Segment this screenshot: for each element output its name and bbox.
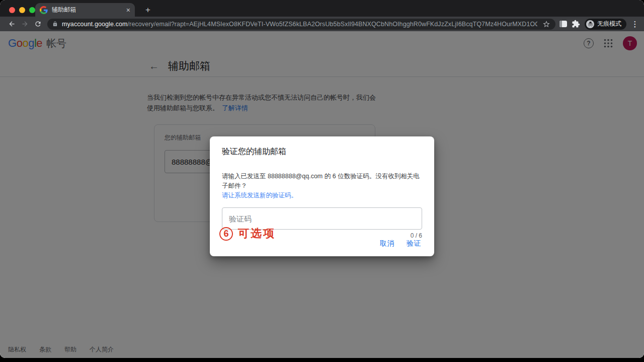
page-viewport: Google 帐号 ? T ← 辅助邮箱 当我们检测到您的帐号中存在异常活动或您… xyxy=(0,31,644,358)
reload-icon[interactable] xyxy=(31,18,44,30)
forward-icon[interactable] xyxy=(18,18,31,30)
browser-toolbar: myaccount.google.com/recovery/email?rapt… xyxy=(0,17,644,31)
side-panel-icon[interactable] xyxy=(559,21,567,27)
new-tab-button[interactable]: + xyxy=(143,6,153,15)
incognito-label: 无痕模式 xyxy=(597,20,621,28)
step-annotation: 6 可选项 xyxy=(219,226,276,241)
macos-close-button[interactable] xyxy=(9,7,15,13)
dialog-title: 验证您的辅助邮箱 xyxy=(222,147,422,157)
step-annotation-label: 可选项 xyxy=(238,226,276,241)
window-controls xyxy=(9,7,35,13)
back-icon[interactable] xyxy=(5,18,18,30)
macos-zoom-button[interactable] xyxy=(29,7,35,13)
dialog-actions: 取消 验证 xyxy=(374,234,427,253)
toolbar-right-icons: 无痕模式 ⋮ xyxy=(559,19,639,30)
resend-code-link[interactable]: 请让系统发送新的验证码。 xyxy=(222,191,422,200)
dialog-body-text: 请输入已发送至 88888888@qq.com 的 6 位数验证码。没有收到相关… xyxy=(222,173,420,189)
lock-icon xyxy=(52,21,58,27)
verify-email-dialog: 验证您的辅助邮箱 请输入已发送至 88888888@qq.com 的 6 位数验… xyxy=(210,136,434,256)
macos-minimize-button[interactable] xyxy=(19,7,25,13)
browser-titlebar: 辅助邮箱 × + xyxy=(0,0,644,17)
url-domain: myaccount.google.com xyxy=(62,21,128,28)
browser-menu-icon[interactable]: ⋮ xyxy=(631,20,639,29)
google-favicon-icon xyxy=(40,6,48,14)
url-path: /recovery/email?rapt=AEjHL4MSIexO8KFDVeT… xyxy=(128,21,537,28)
address-bar[interactable]: myaccount.google.com/recovery/email?rapt… xyxy=(47,19,555,30)
incognito-badge: 无痕模式 xyxy=(585,19,626,30)
browser-window: 辅助邮箱 × + myaccount.google.com/recovery/e… xyxy=(0,0,644,358)
extensions-puzzle-icon[interactable] xyxy=(572,20,580,28)
url-text: myaccount.google.com/recovery/email?rapt… xyxy=(62,21,537,28)
tab-close-icon[interactable]: × xyxy=(126,7,130,14)
verify-button[interactable]: 验证 xyxy=(400,234,427,253)
dialog-body: 请输入已发送至 88888888@qq.com 的 6 位数验证码。没有收到相关… xyxy=(222,172,422,200)
step-number-badge: 6 xyxy=(219,227,233,241)
bookmark-star-icon[interactable] xyxy=(542,20,550,28)
incognito-icon xyxy=(586,20,594,28)
tab-title: 辅助邮箱 xyxy=(52,6,122,14)
browser-tab[interactable]: 辅助邮箱 × xyxy=(35,3,135,17)
cancel-button[interactable]: 取消 xyxy=(374,234,400,253)
